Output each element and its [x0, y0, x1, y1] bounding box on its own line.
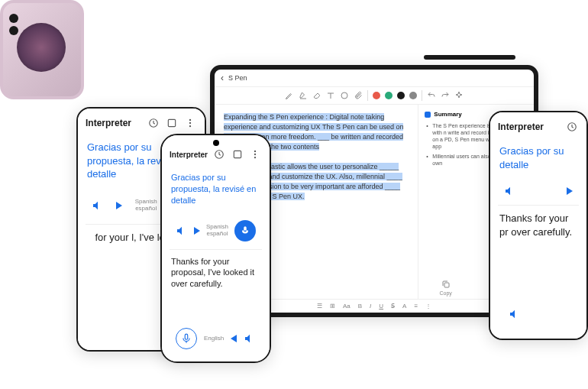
fmt-icon[interactable]: ☰	[317, 303, 322, 310]
notes-title: S Pen	[228, 74, 247, 82]
fmt-bold-icon[interactable]: B	[358, 303, 362, 310]
app-title: Interpreter	[170, 151, 208, 159]
play-icon[interactable]	[194, 227, 200, 235]
settings-icon[interactable]	[165, 116, 179, 130]
source-text: Thanks for your pr over carefully.	[499, 212, 577, 238]
mic-button[interactable]	[234, 220, 256, 242]
svg-point-7	[341, 92, 347, 99]
language-label: Spanishespañol	[135, 199, 157, 212]
notes-title-bar: ‹ S Pen	[215, 70, 534, 87]
app-title: Interpreter	[498, 122, 561, 132]
fmt-icon[interactable]: A	[402, 303, 406, 310]
standard-phone-device: Interpreter Gracias por su propuesta, la…	[160, 134, 271, 363]
flip-phone-closed	[0, 0, 84, 99]
app-title: Interpreter	[86, 118, 142, 128]
svg-point-16	[254, 151, 256, 152]
tool-eraser-icon[interactable]	[312, 91, 321, 100]
toolbar-divider	[367, 90, 368, 101]
color-swatch-red[interactable]	[373, 92, 380, 99]
tool-assist-icon[interactable]	[454, 91, 464, 100]
fmt-underline-icon[interactable]: U	[379, 303, 383, 310]
svg-point-18	[254, 157, 256, 158]
more-icon[interactable]	[248, 147, 262, 161]
settings-icon[interactable]	[231, 147, 244, 161]
toolbar-divider	[422, 90, 422, 101]
svg-point-12	[189, 122, 191, 124]
more-icon[interactable]	[183, 116, 197, 130]
fmt-icon[interactable]: ≡	[414, 303, 418, 310]
camera-notch	[213, 140, 219, 146]
fmt-icon[interactable]: ⊞	[330, 303, 335, 310]
fmt-italic-icon[interactable]: I	[370, 303, 371, 310]
tool-shape-icon[interactable]	[340, 91, 349, 100]
svg-point-13	[189, 125, 191, 127]
flip-cover-display	[17, 23, 66, 72]
speaker-icon[interactable]	[509, 308, 521, 320]
interpreter-screen: Interpreter Gracias por su propuesta, la…	[162, 135, 270, 361]
history-icon[interactable]	[565, 120, 579, 134]
history-icon[interactable]	[212, 147, 226, 161]
svg-point-11	[189, 119, 191, 121]
fmt-icon[interactable]: ⋮	[425, 303, 431, 310]
speaker-icon[interactable]	[504, 185, 516, 197]
speaker-icon[interactable]	[176, 225, 188, 237]
language-label: Spanishespañol	[206, 224, 228, 238]
interpreter-screen: Interpreter Gracias por su detalle Thank…	[490, 112, 586, 339]
fmt-icon[interactable]: Aa	[343, 303, 351, 310]
flip-camera-module	[9, 14, 18, 35]
notes-toolbar	[215, 87, 534, 105]
color-swatch-grey[interactable]	[409, 92, 417, 99]
speaker-icon[interactable]	[244, 332, 256, 345]
svg-rect-8	[444, 283, 449, 287]
right-phone-device: Interpreter Gracias por su detalle Thank…	[489, 111, 588, 340]
s-pen-stylus	[424, 55, 515, 60]
play-icon[interactable]	[567, 187, 573, 195]
translated-text: Gracias por su detalle	[499, 144, 577, 171]
source-text: Thanks for your proposal, I've looked it…	[171, 256, 260, 290]
svg-rect-15	[234, 151, 241, 157]
tool-undo-icon[interactable]	[427, 91, 436, 100]
back-icon[interactable]: ‹	[221, 73, 224, 83]
tool-highlight-icon[interactable]	[299, 91, 308, 100]
svg-point-17	[254, 154, 256, 155]
translated-text: Gracias por su propuesta, la revisé en d…	[171, 172, 260, 206]
speaker-icon[interactable]	[92, 199, 104, 212]
mic-button-secondary[interactable]	[176, 328, 197, 349]
tool-text-icon[interactable]	[326, 91, 335, 100]
color-swatch-green[interactable]	[385, 92, 393, 99]
play-icon[interactable]	[116, 202, 122, 209]
color-swatch-black[interactable]	[397, 92, 405, 99]
tool-attach-icon[interactable]	[354, 91, 363, 100]
language-label-en: English	[204, 336, 224, 342]
copy-button[interactable]: Copy	[440, 280, 452, 296]
tool-pen-icon[interactable]	[285, 91, 294, 100]
history-icon[interactable]	[147, 116, 160, 130]
fmt-strike-icon[interactable]: S̶	[391, 303, 395, 310]
tool-redo-icon[interactable]	[441, 91, 450, 100]
play-icon[interactable]	[231, 335, 237, 342]
svg-rect-10	[168, 119, 175, 126]
